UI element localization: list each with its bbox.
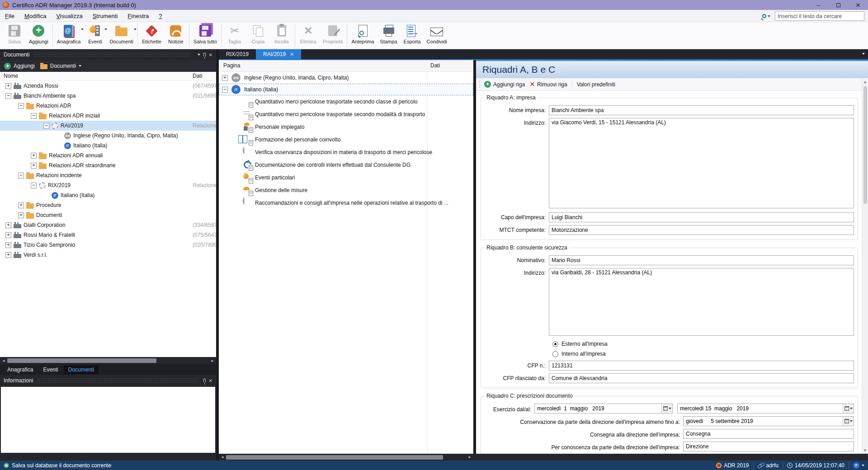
collapse-icon[interactable]: − (31, 183, 37, 188)
scroll-down-icon[interactable]: ▼ (863, 447, 867, 454)
column-pagina[interactable]: Pagina (223, 62, 240, 69)
tree-row-gialli-corporation[interactable]: +Gialli Corporation(334/6587) (0, 220, 216, 230)
scrollbar-thumb[interactable] (7, 358, 156, 363)
indirizzo-a-field[interactable]: via Giacomo Verdi, 15 - 15121 Alessandri… (549, 118, 854, 208)
tree-row-procedure[interactable]: +Procedure (0, 200, 216, 210)
maximize-button[interactable] (828, 0, 848, 10)
expand-icon[interactable]: + (5, 242, 11, 248)
chevron-down-icon[interactable] (134, 28, 137, 30)
page-row-verifica-osservanza-disposizioni-in-mate[interactable]: Verifica osservanza disposizioni in mate… (219, 146, 473, 159)
status-it[interactable]: IT (853, 462, 864, 469)
minimize-button[interactable]: – (808, 0, 828, 10)
left-tab-eventi[interactable]: Eventi (38, 365, 62, 374)
tree-row-azienda-rossi[interactable]: +Azienda Rossi(067/4597) (0, 81, 216, 91)
panel-menu-icon[interactable] (198, 54, 200, 56)
menu-file[interactable]: File (0, 11, 19, 21)
toolbar-eventi[interactable]: Eventi (83, 22, 107, 49)
left-tab-documenti[interactable]: Documenti (64, 365, 99, 374)
expand-icon[interactable]: + (222, 75, 228, 81)
scrollbar-thumb[interactable] (226, 455, 443, 460)
page-row-formazione-del-personale-coinvolto[interactable]: Formazione del personale coinvolto (219, 133, 473, 146)
tree-row-rix-2019[interactable]: −RIX/2019Relazione (0, 180, 216, 190)
esterno-radio-row[interactable]: Esterno all'impresa (552, 341, 854, 347)
expand-icon[interactable]: + (5, 252, 11, 258)
page-row-eventi-particolari[interactable]: Eventi particolari (219, 171, 473, 184)
menu-finestra[interactable]: Finestra (123, 11, 154, 21)
page-horizontal-scrollbar[interactable]: ◄ ► (219, 454, 473, 461)
page-row-personale-impiegato[interactable]: Personale impiegato (219, 121, 473, 133)
documents-type-button[interactable]: Documenti (50, 63, 76, 69)
scrollbar-thumb[interactable] (863, 86, 867, 204)
document-tab-rix-2019[interactable]: RIX/2019 (219, 49, 256, 59)
page-row-documentazione-dei-controlli-interni-eff[interactable]: Documentazione dei controlli interni eff… (219, 159, 473, 171)
cfp-n-field[interactable] (549, 361, 854, 371)
menu-strumenti[interactable]: Strumenti (88, 11, 123, 21)
collapse-icon[interactable]: − (18, 173, 24, 179)
toolbar-stampa[interactable]: Stampa (377, 22, 401, 49)
capo-impresa-field[interactable] (549, 212, 854, 222)
esterno-radio[interactable] (552, 341, 558, 347)
menu-modifica[interactable]: Modifica (19, 11, 51, 21)
toolbar-aggiungi[interactable]: +Aggiungi (26, 22, 51, 49)
tree-row-relazioni-adr[interactable]: −Relazioni ADR (0, 101, 216, 111)
column-nome[interactable]: Nome (4, 73, 18, 79)
tree-row-italiano-italia[interactable]: ITItaliano (Italia) (0, 141, 216, 150)
close-button[interactable]: ✕ (848, 0, 868, 10)
documents-type-dropdown-icon[interactable] (79, 65, 81, 67)
add-row-button[interactable]: Aggiungi riga (493, 81, 525, 88)
add-document-button[interactable]: Aggiungi (14, 63, 35, 69)
tree-row-bianchi-ambiente-spa[interactable]: −Bianchi Ambiente spa(011/5699) (0, 91, 216, 101)
tree-row-relazioni-incidente[interactable]: −Relazioni incidente (0, 170, 216, 180)
toolbar-condividi[interactable]: Condividi (424, 22, 450, 49)
toolbar-documenti[interactable]: Documenti (107, 22, 136, 49)
page-row-italiano-italia[interactable]: −ITItaliano (Italia) (219, 84, 473, 95)
scroll-left-icon[interactable]: ◄ (219, 455, 226, 459)
document-tab-rai-2019[interactable]: RAI/2019✕ (256, 49, 301, 59)
status-14-05-2019-12-07-40[interactable]: 14/05/2019 12:07:40 (787, 462, 844, 469)
chevron-down-icon[interactable] (862, 465, 864, 466)
toolbar-notizie[interactable]: Notizie (164, 22, 188, 49)
expand-icon[interactable]: + (18, 212, 24, 218)
conservazione-picker[interactable] (683, 416, 854, 426)
column-dati[interactable]: Dati (193, 73, 202, 79)
status-adr-2019[interactable]: ADR 2019 (716, 462, 749, 469)
default-values-button[interactable]: Valori predefiniti (577, 81, 615, 88)
scroll-right-icon[interactable]: ► (209, 359, 216, 363)
menu-visualizza[interactable]: Visualizza (51, 11, 87, 21)
collapse-icon[interactable]: − (18, 103, 24, 109)
page-row-quantitativo-merci-pericolose-trasportat[interactable]: Quantitativo merci pericolose trasportat… (219, 95, 473, 108)
cfp-rilasciato-field[interactable] (549, 373, 854, 383)
esercizio-dal-field[interactable] (535, 404, 661, 413)
toolbar-anagrafica[interactable]: @Anagrafica (54, 22, 84, 49)
nominativo-field[interactable] (549, 255, 854, 265)
menu-[interactable]: ? (154, 11, 167, 21)
consegna-field[interactable] (683, 429, 854, 439)
collapse-icon[interactable]: − (43, 123, 49, 129)
tree-row-tizio-caio-sempronio[interactable]: +Tizio Caio Sempronio(020/7899) (0, 240, 216, 250)
close-panel-icon[interactable]: ✕ (209, 378, 212, 383)
pin-icon[interactable] (203, 53, 206, 56)
collapse-icon[interactable]: − (31, 113, 37, 119)
tree-row-relazioni-adr-iniziali[interactable]: −Relazioni ADR iniziali (0, 111, 216, 121)
scroll-up-icon[interactable]: ▲ (863, 79, 867, 85)
tree-row-italiano-italia[interactable]: ITItaliano (Italia) (0, 190, 216, 200)
conservazione-field[interactable] (684, 417, 843, 426)
column-dati[interactable]: Dati (430, 62, 440, 69)
tree-row-rai-2019[interactable]: −RAI/2019Relazione (0, 121, 216, 131)
conoscenza-field[interactable] (683, 442, 854, 451)
search-input[interactable] (775, 11, 864, 21)
page-row-raccomandazioni-e-consigli-all-impresa-n[interactable]: Raccomandazioni e consigli all'impresa n… (219, 197, 473, 209)
status-adrfu[interactable]: adrfu (758, 462, 778, 469)
remove-row-button[interactable]: Rimuovi riga (537, 81, 567, 88)
indirizzo-b-field[interactable]: via Garibaldi, 28 - 15121 Alessandria (A… (549, 268, 854, 336)
toolbar-anteprima[interactable]: Anteprima (349, 22, 377, 49)
page-row-inglese-regno-unito-irlanda-cipro-malta[interactable]: +ENInglese (Regno Unito, Irlanda, Cipro,… (219, 72, 473, 84)
scroll-left-icon[interactable]: ◄ (0, 359, 7, 363)
pin-icon[interactable] (203, 379, 206, 382)
scroll-right-icon[interactable]: ► (466, 455, 473, 459)
esercizio-al-field[interactable] (678, 404, 843, 413)
collapse-icon[interactable]: − (5, 93, 11, 99)
expand-icon[interactable]: + (18, 202, 24, 208)
tree-row-verdi-s-r-l[interactable]: +Verdi s.r.l. (0, 250, 216, 260)
interno-radio-row[interactable]: Interno all'impresa (552, 351, 854, 357)
